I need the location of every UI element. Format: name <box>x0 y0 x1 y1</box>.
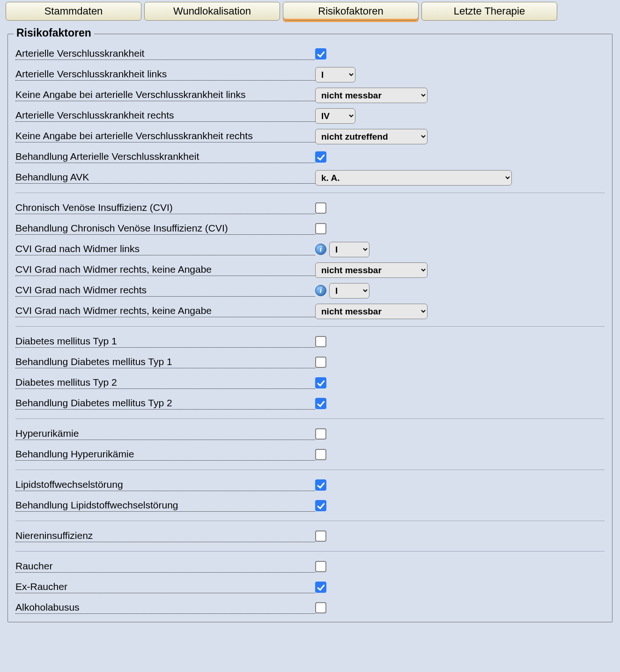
select[interactable]: nicht messbarnicht zutreffend <box>315 88 428 103</box>
field-label: Diabetes mellitus Typ 1 <box>15 336 315 348</box>
field-label: Behandlung Diabetes mellitus Typ 2 <box>15 397 315 410</box>
separator <box>15 521 605 521</box>
field-control <box>315 602 605 613</box>
separator <box>15 193 605 193</box>
info-icon[interactable]: i <box>315 285 326 296</box>
field-label: Keine Angabe bei arterielle Verschlusskr… <box>15 130 315 142</box>
checkbox[interactable] <box>315 449 326 460</box>
form-row: Lipidstoffwechselstörung <box>15 475 605 495</box>
form-row: CVI Grad nach Widmer rechts, keine Angab… <box>15 260 605 280</box>
separator <box>15 326 605 327</box>
tab-2[interactable]: Risikofaktoren <box>283 2 419 21</box>
checkbox[interactable] <box>315 151 326 163</box>
select[interactable]: nicht messbarnicht zutreffend <box>315 304 428 319</box>
form-row: Raucher <box>15 556 605 577</box>
form-row: CVI Grad nach Widmer rechtsiIIIIIIIV <box>15 280 605 301</box>
form-row: Ex-Raucher <box>15 577 605 597</box>
field-control: nicht messbarnicht zutreffend <box>315 262 605 278</box>
field-control: k. A. <box>315 170 605 186</box>
select[interactable]: IIIIIIIV <box>329 242 369 257</box>
checkbox[interactable] <box>315 223 326 234</box>
checkbox[interactable] <box>315 357 326 368</box>
select[interactable]: nicht messbarnicht zutreffend <box>315 262 428 278</box>
field-control <box>315 202 605 214</box>
field-label: Behandlung AVK <box>15 172 315 184</box>
form-row: Arterielle Verschlusskrankheit <box>15 44 605 64</box>
checkbox[interactable] <box>315 48 326 60</box>
form-row: Chronisch Venöse Insuffizienz (CVI) <box>15 198 605 218</box>
field-label: CVI Grad nach Widmer rechts, keine Angab… <box>15 305 315 317</box>
field-label: Behandlung Lipidstoffwechselstörung <box>15 500 315 512</box>
form-row: Arterielle Verschlusskrankheit linksIIII… <box>15 64 605 85</box>
tab-1[interactable]: Wundlokalisation <box>144 2 280 21</box>
risikofaktoren-fieldset: Risikofaktoren Arterielle Verschlusskran… <box>7 34 613 622</box>
checkbox[interactable] <box>315 398 326 409</box>
field-control <box>315 336 605 347</box>
checkbox[interactable] <box>315 561 326 572</box>
field-control: nicht zutreffendnicht messbar <box>315 129 605 144</box>
select[interactable]: k. A. <box>315 170 512 186</box>
field-label: CVI Grad nach Widmer rechts, keine Angab… <box>15 264 315 276</box>
field-control <box>315 449 605 460</box>
checkbox[interactable] <box>315 500 326 511</box>
tab-3[interactable]: Letzte Therapie <box>421 2 557 21</box>
select[interactable]: IIIIIIIV <box>329 283 369 299</box>
fieldset-legend: Risikofaktoren <box>14 27 94 39</box>
form-body: Arterielle VerschlusskrankheitArterielle… <box>15 44 605 618</box>
field-label: CVI Grad nach Widmer links <box>15 243 315 255</box>
field-label: Behandlung Hyperurikämie <box>15 448 315 461</box>
checkbox[interactable] <box>315 336 326 347</box>
field-label: Behandlung Chronisch Venöse Insuffizienz… <box>15 223 315 235</box>
checkbox[interactable] <box>315 582 326 593</box>
field-control <box>315 500 605 511</box>
form-row: Behandlung Arterielle Verschlusskrankhei… <box>15 147 605 167</box>
form-row: CVI Grad nach Widmer linksiIIIIIIIV <box>15 239 605 260</box>
form-row: Behandlung Diabetes mellitus Typ 1 <box>15 352 605 373</box>
checkbox[interactable] <box>315 377 326 388</box>
select[interactable]: IIIIIIIV <box>315 67 355 82</box>
select[interactable]: nicht zutreffendnicht messbar <box>315 129 428 144</box>
field-control <box>315 223 605 234</box>
field-control <box>315 377 605 388</box>
form-row: Arterielle Verschlusskrankheit rechtsIII… <box>15 105 605 126</box>
field-control: nicht messbarnicht zutreffend <box>315 304 605 319</box>
field-label: Arterielle Verschlusskrankheit links <box>15 68 315 81</box>
checkbox[interactable] <box>315 602 326 613</box>
form-row: Behandlung AVKk. A. <box>15 167 605 188</box>
checkbox[interactable] <box>315 428 326 440</box>
info-icon[interactable]: i <box>315 244 326 255</box>
field-control <box>315 48 605 60</box>
field-control <box>315 530 605 542</box>
field-label: Chronisch Venöse Insuffizienz (CVI) <box>15 202 315 214</box>
form-row: Keine Angabe bei arterielle Verschlusskr… <box>15 85 605 105</box>
form-row: Alkoholabusus <box>15 597 605 618</box>
field-label: CVI Grad nach Widmer rechts <box>15 284 315 297</box>
field-control <box>315 151 605 163</box>
field-control <box>315 561 605 572</box>
select[interactable]: IIIIIIIV <box>315 108 355 124</box>
form-row: CVI Grad nach Widmer rechts, keine Angab… <box>15 301 605 321</box>
field-control: IIIIIIIV <box>315 67 605 82</box>
field-control <box>315 398 605 409</box>
field-control: nicht messbarnicht zutreffend <box>315 88 605 103</box>
checkbox[interactable] <box>315 479 326 491</box>
field-control: iIIIIIIIV <box>315 242 605 257</box>
field-control: iIIIIIIIV <box>315 283 605 299</box>
form-row: Keine Angabe bei arterielle Verschlusskr… <box>15 126 605 147</box>
field-label: Hyperurikämie <box>15 428 315 440</box>
checkbox[interactable] <box>315 530 326 542</box>
field-label: Behandlung Diabetes mellitus Typ 1 <box>15 356 315 368</box>
field-label: Keine Angabe bei arterielle Verschlusskr… <box>15 89 315 101</box>
field-label: Diabetes mellitus Typ 2 <box>15 377 315 389</box>
tab-bar: StammdatenWundlokalisationRisikofaktoren… <box>4 2 616 21</box>
field-control <box>315 428 605 440</box>
field-control <box>315 479 605 491</box>
form-row: Niereninsuffizienz <box>15 526 605 546</box>
field-label: Alkoholabusus <box>15 602 315 614</box>
field-label: Arterielle Verschlusskrankheit <box>15 48 315 60</box>
separator <box>15 470 605 470</box>
tab-0[interactable]: Stammdaten <box>6 2 141 21</box>
checkbox[interactable] <box>315 202 326 214</box>
form-row: Behandlung Chronisch Venöse Insuffizienz… <box>15 218 605 239</box>
form-row: Behandlung Hyperurikämie <box>15 444 605 465</box>
